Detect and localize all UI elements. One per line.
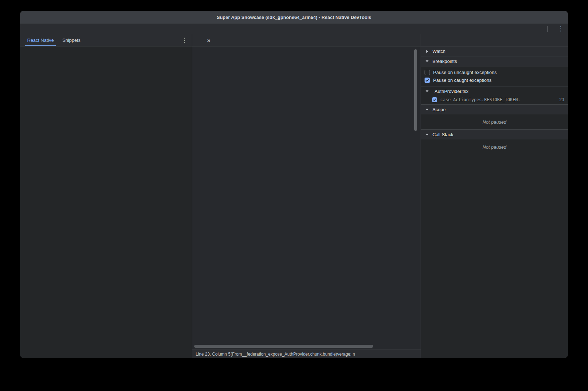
breakpoints-body: Pause on uncaught exceptions Pause on ca… (421, 66, 568, 86)
tab-snippets[interactable]: Snippets (60, 34, 83, 46)
debugger-sidebar: Watch Breakpoints Pause on uncaught exce… (421, 34, 568, 358)
editor-panel: » Line 23, Column 5 (From __federation_e… (192, 34, 421, 358)
section-label: Call Stack (432, 132, 454, 137)
checkbox-label: Pause on uncaught exceptions (433, 70, 497, 75)
vertical-scrollbar[interactable] (414, 49, 417, 131)
tab-react-native[interactable]: React Native (25, 34, 56, 46)
more-icon[interactable]: ⋮ (558, 26, 564, 32)
main-tab-bar: ⋮ (20, 24, 568, 34)
source-origin: (From (230, 352, 242, 357)
call-stack-not-paused: Not paused (421, 139, 568, 154)
code-editor (192, 46, 421, 350)
chevron-down-icon (426, 90, 428, 92)
horizontal-scrollbar[interactable] (194, 345, 373, 348)
section-label: Breakpoints (432, 59, 457, 64)
chevron-down-icon (426, 109, 428, 110)
breakpoint-file-name: AuthProvider.tsx (435, 89, 469, 94)
section-breakpoints[interactable]: Breakpoints (421, 56, 568, 66)
window-title: Super App Showcase (sdk_gphone64_arm64) … (217, 15, 371, 20)
editor-tab-strip: » (192, 34, 421, 46)
chevron-down-icon (426, 134, 428, 135)
navigator-more-icon[interactable]: ⋮ (181, 34, 187, 46)
close-window-button[interactable] (26, 15, 30, 19)
pause-uncaught-row[interactable]: Pause on uncaught exceptions (421, 68, 568, 76)
minimize-window-button[interactable] (33, 15, 37, 19)
navigator-panel: React Native Snippets ⋮ (20, 34, 192, 358)
cursor-position: Line 23, Column 5 (196, 352, 230, 357)
checkbox-checked[interactable] (425, 78, 430, 83)
checkbox-label: Pause on caught exceptions (433, 78, 491, 83)
checkbox-unchecked[interactable] (425, 70, 430, 75)
coverage-text: verage: n (337, 352, 355, 357)
source-bundle-link[interactable]: __federation_expose_AuthProvider.chunk.b… (242, 352, 335, 357)
devtools-window: Super App Showcase (sdk_gphone64_arm64) … (20, 11, 568, 358)
zoom-window-button[interactable] (40, 15, 44, 19)
section-label: Watch (432, 49, 445, 54)
breakpoint-entry[interactable]: case ActionTypes.RESTORE_TOKEN: 23 (421, 96, 568, 104)
more-tabs-icon[interactable]: » (207, 37, 210, 44)
breakpoint-line-number: 23 (559, 97, 564, 102)
section-scope[interactable]: Scope (421, 104, 568, 114)
navigator-header: React Native Snippets ⋮ (20, 34, 192, 46)
window-controls (26, 15, 44, 19)
section-watch[interactable]: Watch (421, 46, 568, 56)
section-label: Scope (432, 107, 446, 112)
scope-not-paused: Not paused (421, 114, 568, 129)
pause-caught-row[interactable]: Pause on caught exceptions (421, 76, 568, 84)
file-tree (20, 46, 192, 358)
breakpoint-file-group[interactable]: AuthProvider.tsx (421, 86, 568, 96)
editor-status-bar: Line 23, Column 5 (From __federation_exp… (192, 350, 421, 358)
debugger-toolbar (421, 34, 568, 46)
divider (547, 26, 548, 32)
section-call-stack[interactable]: Call Stack (421, 129, 568, 139)
chevron-right-icon (426, 50, 428, 53)
title-bar: Super App Showcase (sdk_gphone64_arm64) … (20, 11, 568, 24)
chevron-down-icon (426, 60, 428, 62)
checkbox-checked[interactable] (432, 97, 437, 102)
breakpoint-code: case ActionTypes.RESTORE_TOKEN: (440, 97, 556, 102)
